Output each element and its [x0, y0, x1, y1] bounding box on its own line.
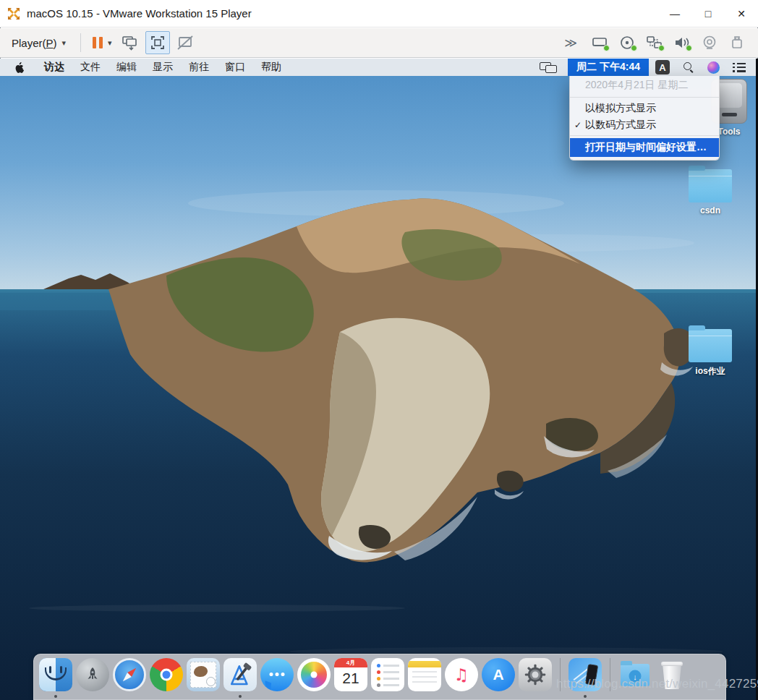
menu-separator: [570, 97, 719, 98]
messages-icon: [260, 658, 294, 691]
unity-disabled-icon: [176, 34, 194, 51]
launchpad-icon: [76, 658, 109, 691]
macos-menu-bar: 访达 文件 编辑 显示 前往 窗口 帮助 周二 下午4:44 A: [0, 59, 756, 76]
menu-separator: [570, 135, 719, 136]
menu-file[interactable]: 文件: [72, 59, 108, 76]
connected-dot: [603, 45, 610, 51]
fullscreen-icon: [149, 34, 166, 51]
close-button[interactable]: ✕: [725, 0, 758, 27]
calendar-month: 4月: [334, 658, 367, 667]
window-title: macOS 10.15 - VMware Workstation 15 Play…: [27, 7, 252, 20]
title-bar: macOS 10.15 - VMware Workstation 15 Play…: [0, 0, 758, 27]
app-store-icon: A: [482, 658, 515, 691]
calendar-icon: 4月 21: [334, 658, 367, 691]
desktop-icon-ios-homework[interactable]: ios作业: [667, 325, 754, 377]
menu-item-open-datetime-prefs[interactable]: 打开日期与时间偏好设置…: [570, 138, 719, 157]
collapse-indicators-icon[interactable]: ≫: [564, 35, 576, 51]
vmware-toolbar: Player(P) ▾ ▾: [0, 28, 758, 58]
folder-icon: [689, 169, 732, 202]
running-indicator: [584, 695, 587, 698]
sound-status-icon[interactable]: [671, 33, 693, 52]
running-indicator: [239, 695, 242, 698]
minimize-button[interactable]: —: [658, 0, 691, 27]
desktop-icon-csdn[interactable]: csdn: [667, 165, 754, 215]
safari-icon: [113, 658, 146, 691]
input-method-icon[interactable]: A: [655, 60, 670, 74]
xcode-icon: [223, 658, 257, 691]
mail-icon: [187, 658, 220, 691]
maximize-button[interactable]: □: [691, 0, 725, 27]
vmware-player-icon: [7, 7, 21, 21]
search-icon[interactable]: [683, 61, 694, 73]
dock-notes[interactable]: [408, 658, 441, 691]
clock-dropdown-menu: 2020年4月21日 星期二 以模拟方式显示 ✓ 以数码方式显示 打开日期与时间…: [569, 76, 720, 161]
screen-mirroring-icon[interactable]: [540, 62, 559, 73]
checkmark-icon: ✓: [574, 120, 582, 130]
dock-finder[interactable]: [39, 658, 72, 691]
finder-icon: [39, 658, 72, 691]
chevron-down-icon: ▾: [108, 38, 112, 48]
player-menu-button[interactable]: Player(P) ▾: [4, 34, 73, 52]
network-status-icon[interactable]: [644, 33, 665, 52]
folder-icon: [689, 329, 732, 362]
webcam-status-icon[interactable]: [699, 33, 720, 52]
menu-window[interactable]: 窗口: [217, 59, 253, 76]
menu-help[interactable]: 帮助: [253, 59, 289, 76]
dock-safari[interactable]: [113, 658, 146, 691]
csdn-watermark: https://blog.csdn.net/weixin_44272593: [556, 677, 758, 691]
menu-bar-clock[interactable]: 周二 下午4:44: [568, 59, 649, 76]
toolbar-divider: [80, 33, 81, 52]
vm-display: Tools csdn ios作业 访达 文件 编辑 显示 前往 窗口 帮助: [0, 59, 758, 700]
dock-reminders[interactable]: [371, 658, 404, 691]
photos-icon: [297, 658, 331, 691]
connected-dot: [631, 45, 637, 51]
menu-go[interactable]: 前往: [181, 59, 217, 76]
siri-icon[interactable]: [707, 61, 720, 74]
menu-view[interactable]: 显示: [145, 59, 181, 76]
apple-menu[interactable]: [14, 61, 25, 74]
fullscreen-button[interactable]: [145, 31, 170, 54]
unity-mode-button[interactable]: [173, 31, 197, 54]
pause-icon: [93, 37, 103, 48]
menu-edit[interactable]: 编辑: [108, 59, 145, 76]
dock-calendar[interactable]: 4月 21: [334, 658, 367, 691]
dock-photos[interactable]: [297, 658, 331, 691]
notification-center-icon[interactable]: [733, 63, 746, 72]
vmware-window: macOS 10.15 - VMware Workstation 15 Play…: [0, 0, 758, 700]
reminders-icon: [371, 658, 404, 691]
running-indicator: [54, 695, 57, 698]
calendar-day: 21: [334, 667, 367, 689]
dock-messages[interactable]: [260, 658, 294, 691]
music-icon: ♫: [445, 658, 478, 691]
hard-disk-status-icon[interactable]: [589, 33, 610, 52]
desktop-icon-label: csdn: [667, 205, 754, 215]
menu-item-date: 2020年4月21日 星期二: [570, 76, 719, 95]
apple-logo-icon: [14, 61, 24, 74]
chevron-down-icon: ▾: [62, 38, 67, 48]
send-input-icon: [122, 35, 139, 51]
menu-item-digital[interactable]: ✓ 以数码方式显示: [570, 116, 719, 133]
menu-item-analog[interactable]: 以模拟方式显示: [570, 100, 719, 116]
gear-icon: [519, 658, 552, 691]
cd-dvd-status-icon[interactable]: [616, 33, 638, 52]
dock-mail[interactable]: [187, 658, 220, 691]
notes-icon: [408, 658, 441, 691]
desktop-icon-label: ios作业: [667, 365, 754, 377]
dock-system-preferences[interactable]: [519, 658, 552, 691]
dock-launchpad[interactable]: [76, 658, 109, 691]
connected-dot: [686, 45, 692, 51]
dock-chrome[interactable]: [150, 658, 183, 691]
send-ctrl-alt-del-button[interactable]: [118, 31, 142, 54]
dock-xcode[interactable]: [223, 658, 257, 691]
menu-finder[interactable]: 访达: [36, 59, 72, 76]
dock-app-store[interactable]: A: [482, 658, 515, 691]
chrome-icon: [150, 658, 183, 691]
suspend-button[interactable]: ▾: [88, 34, 116, 51]
usb-status-icon[interactable]: [726, 33, 748, 52]
connected-dot: [658, 45, 665, 51]
dock-music[interactable]: ♫: [445, 658, 478, 691]
